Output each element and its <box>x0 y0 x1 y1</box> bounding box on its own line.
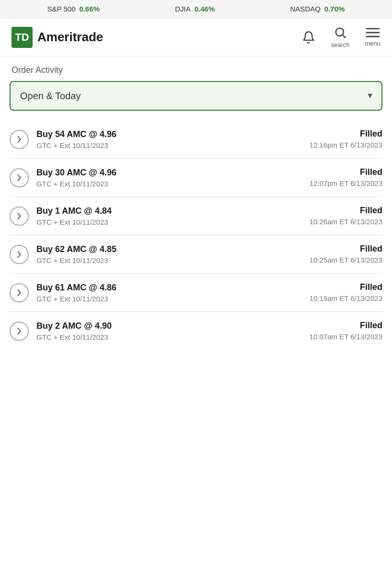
svg-line-1 <box>343 35 345 37</box>
search-icon <box>334 26 347 39</box>
order-details: Buy 2 AMC @ 4.90 GTC + Ext 10/11/2023 <box>36 321 302 341</box>
order-item: Buy 62 AMC @ 4.85 GTC + Ext 10/11/2023 F… <box>10 235 382 274</box>
menu-button[interactable]: menu <box>365 27 380 47</box>
dropdown-wrapper: Open & Today All Orders Filled Cancelled… <box>10 81 382 111</box>
order-status: Filled 12:16pm ET 6/13/2023 <box>310 129 382 150</box>
order-subtitle: GTC + Ext 10/11/2023 <box>36 141 302 150</box>
order-item: Buy 30 AMC @ 4.96 GTC + Ext 10/11/2023 F… <box>10 159 382 197</box>
status-badge: Filled <box>310 244 382 254</box>
order-title: Buy 62 AMC @ 4.85 <box>36 244 302 254</box>
status-badge: Filled <box>310 129 382 139</box>
order-details: Buy 54 AMC @ 4.96 GTC + Ext 10/11/2023 <box>36 129 302 150</box>
nasdaq-label: NASDAQ <box>290 5 320 13</box>
order-subtitle: GTC + Ext 10/11/2023 <box>36 256 302 264</box>
ticker-djia: DJIA 0.46% <box>175 5 215 13</box>
order-item: Buy 54 AMC @ 4.96 GTC + Ext 10/11/2023 F… <box>10 120 382 159</box>
status-time: 12:16pm ET 6/13/2023 <box>310 141 382 149</box>
order-status: Filled 10:26am ET 6/13/2023 <box>310 206 382 226</box>
status-time: 10:07am ET 6/13/2023 <box>310 333 382 341</box>
status-time: 12:07pm ET 6/13/2023 <box>310 179 382 187</box>
brand-name: Ameritrade <box>37 30 103 45</box>
nasdaq-value: 0.70% <box>324 5 345 13</box>
search-button[interactable]: search <box>331 26 349 48</box>
order-status: Filled 10:19am ET 6/13/2023 <box>310 282 382 303</box>
djia-label: DJIA <box>175 5 191 13</box>
order-list: Buy 54 AMC @ 4.96 GTC + Ext 10/11/2023 F… <box>0 120 392 350</box>
section-title: Order Activity <box>0 57 392 81</box>
search-label: search <box>331 41 349 48</box>
djia-value: 0.46% <box>195 5 215 13</box>
order-title: Buy 30 AMC @ 4.96 <box>36 168 302 178</box>
status-time: 10:25am ET 6/13/2023 <box>310 256 382 264</box>
order-item: Buy 2 AMC @ 4.90 GTC + Ext 10/11/2023 Fi… <box>10 312 382 350</box>
header-icons: search menu <box>302 26 380 48</box>
logo-container: TD Ameritrade <box>12 27 103 48</box>
header: TD Ameritrade search menu <box>0 18 392 57</box>
order-chevron-icon[interactable] <box>10 322 29 341</box>
order-subtitle: GTC + Ext 10/11/2023 <box>36 333 302 341</box>
order-status: Filled 12:07pm ET 6/13/2023 <box>310 167 382 188</box>
order-subtitle: GTC + Ext 10/11/2023 <box>36 180 302 188</box>
order-details: Buy 61 AMC @ 4.86 GTC + Ext 10/11/2023 <box>36 283 302 303</box>
order-chevron-icon[interactable] <box>10 130 29 149</box>
order-details: Buy 1 AMC @ 4.84 GTC + Ext 10/11/2023 <box>36 206 302 226</box>
order-status: Filled 10:07am ET 6/13/2023 <box>310 321 382 341</box>
order-item: Buy 1 AMC @ 4.84 GTC + Ext 10/11/2023 Fi… <box>10 197 382 235</box>
menu-label: menu <box>365 40 380 47</box>
ticker-bar: S&P 500 0.66% DJIA 0.46% NASDAQ 0.70% <box>0 0 392 18</box>
sp500-label: S&P 500 <box>47 5 76 13</box>
td-logo-text: TD <box>15 31 29 44</box>
ticker-nasdaq: NASDAQ 0.70% <box>290 5 345 13</box>
order-chevron-icon[interactable] <box>10 168 29 187</box>
main-content: Order Activity Open & Today All Orders F… <box>0 57 392 350</box>
status-time: 10:19am ET 6/13/2023 <box>310 294 382 302</box>
order-title: Buy 61 AMC @ 4.86 <box>36 283 302 293</box>
sp500-value: 0.66% <box>80 5 100 13</box>
order-details: Buy 30 AMC @ 4.96 GTC + Ext 10/11/2023 <box>36 168 302 188</box>
td-logo: TD <box>12 27 33 48</box>
order-chevron-icon[interactable] <box>10 283 29 302</box>
bell-icon <box>302 31 315 44</box>
bell-button[interactable] <box>302 31 315 44</box>
status-badge: Filled <box>310 167 382 177</box>
ticker-sp500: S&P 500 0.66% <box>47 5 100 13</box>
order-chevron-icon[interactable] <box>10 207 29 226</box>
order-status: Filled 10:25am ET 6/13/2023 <box>310 244 382 264</box>
order-item: Buy 61 AMC @ 4.86 GTC + Ext 10/11/2023 F… <box>10 274 382 312</box>
status-badge: Filled <box>310 206 382 216</box>
order-subtitle: GTC + Ext 10/11/2023 <box>36 218 302 226</box>
order-title: Buy 2 AMC @ 4.90 <box>36 321 302 331</box>
dropdown-container: Open & Today All Orders Filled Cancelled… <box>10 81 382 111</box>
order-filter-select[interactable]: Open & Today All Orders Filled Cancelled… <box>10 81 382 111</box>
order-chevron-icon[interactable] <box>10 245 29 264</box>
status-badge: Filled <box>310 282 382 292</box>
status-time: 10:26am ET 6/13/2023 <box>310 218 382 226</box>
order-subtitle: GTC + Ext 10/11/2023 <box>36 295 302 303</box>
order-title: Buy 1 AMC @ 4.84 <box>36 206 302 216</box>
order-details: Buy 62 AMC @ 4.85 GTC + Ext 10/11/2023 <box>36 244 302 264</box>
order-title: Buy 54 AMC @ 4.96 <box>36 129 302 139</box>
status-badge: Filled <box>310 321 382 331</box>
menu-icon <box>366 27 380 38</box>
